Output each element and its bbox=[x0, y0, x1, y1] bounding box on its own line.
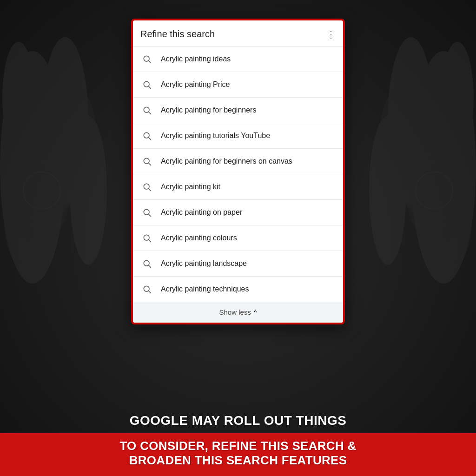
search-item-label: Acrylic painting techniques bbox=[161, 285, 249, 293]
search-item-label: Acrylic painting colours bbox=[161, 234, 237, 242]
search-item-label: Acrylic painting Price bbox=[161, 80, 230, 89]
svg-line-25 bbox=[149, 189, 151, 191]
svg-line-31 bbox=[149, 265, 151, 268]
card-title: Refine this search bbox=[140, 29, 215, 40]
search-items-list: Acrylic painting ideas Acrylic painting … bbox=[133, 46, 343, 302]
card-header: Refine this search ⋮ bbox=[133, 20, 343, 46]
search-icon bbox=[140, 155, 153, 168]
search-icon bbox=[140, 180, 153, 193]
search-item[interactable]: Acrylic painting ideas bbox=[133, 46, 343, 72]
show-less-arrow-icon: ^ bbox=[254, 309, 257, 316]
show-less-label: Show less bbox=[219, 308, 251, 316]
banner-red-text-line1: TO CONSIDER, REFINE THIS SEARCH & bbox=[19, 439, 457, 453]
svg-line-27 bbox=[149, 214, 151, 217]
search-icon bbox=[140, 283, 153, 296]
search-item[interactable]: Acrylic painting techniques bbox=[133, 277, 343, 302]
search-item[interactable]: Acrylic painting on paper bbox=[133, 200, 343, 225]
search-icon bbox=[140, 104, 153, 117]
svg-line-29 bbox=[149, 240, 151, 242]
more-options-icon[interactable]: ⋮ bbox=[326, 30, 336, 39]
search-item-label: Acrylic painting ideas bbox=[161, 55, 231, 63]
search-icon bbox=[140, 129, 153, 142]
svg-line-17 bbox=[149, 86, 151, 89]
search-item[interactable]: Acrylic painting kit bbox=[133, 174, 343, 200]
search-item-label: Acrylic painting tutorials YouTube bbox=[161, 132, 270, 140]
search-item[interactable]: Acrylic painting Price bbox=[133, 72, 343, 98]
banner-red-text-line2: BROADEN THIS SEARCH FEATURES bbox=[19, 453, 457, 468]
search-item-label: Acrylic painting for beginners on canvas bbox=[161, 157, 292, 165]
svg-line-33 bbox=[149, 291, 151, 293]
banner-red-block: TO CONSIDER, REFINE THIS SEARCH & BROADE… bbox=[0, 433, 476, 476]
svg-line-21 bbox=[149, 138, 151, 140]
page-container: Refine this search ⋮ Acrylic painting id… bbox=[0, 0, 476, 476]
search-icon bbox=[140, 231, 153, 245]
search-icon bbox=[140, 53, 153, 66]
search-item-label: Acrylic painting kit bbox=[161, 183, 220, 191]
search-item-label: Acrylic painting on paper bbox=[161, 208, 242, 217]
search-item[interactable]: Acrylic painting landscape bbox=[133, 251, 343, 277]
search-item-label: Acrylic painting for beginners bbox=[161, 106, 256, 114]
search-icon bbox=[140, 257, 153, 270]
bottom-banner: GOOGLE MAY ROLL OUT THINGS TO CONSIDER, … bbox=[0, 407, 476, 476]
search-item-label: Acrylic painting landscape bbox=[161, 259, 247, 268]
svg-line-23 bbox=[149, 163, 151, 165]
show-less-button[interactable]: Show less ^ bbox=[133, 302, 343, 323]
search-item[interactable]: Acrylic painting tutorials YouTube bbox=[133, 123, 343, 149]
search-icon bbox=[140, 78, 153, 91]
search-item[interactable]: Acrylic painting colours bbox=[133, 225, 343, 251]
svg-line-15 bbox=[149, 61, 151, 63]
svg-line-19 bbox=[149, 112, 151, 114]
banner-top-text: GOOGLE MAY ROLL OUT THINGS bbox=[19, 413, 457, 428]
search-card: Refine this search ⋮ Acrylic painting id… bbox=[131, 19, 345, 324]
search-item[interactable]: Acrylic painting for beginners bbox=[133, 98, 343, 123]
search-item[interactable]: Acrylic painting for beginners on canvas bbox=[133, 149, 343, 174]
banner-top-section: GOOGLE MAY ROLL OUT THINGS bbox=[0, 407, 476, 433]
search-icon bbox=[140, 206, 153, 219]
